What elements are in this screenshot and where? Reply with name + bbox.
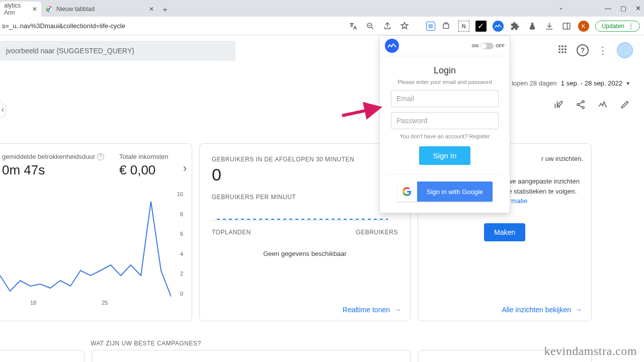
svg-rect-3 <box>443 24 449 28</box>
email-field[interactable] <box>391 90 499 107</box>
insights-icon[interactable] <box>598 100 608 112</box>
campaign-card <box>92 350 411 362</box>
metric-value: € 0,00 <box>119 162 169 178</box>
extension-logo-icon <box>385 39 399 53</box>
toggle-switch <box>480 43 494 49</box>
login-hint: Please enter your email and password <box>380 79 510 85</box>
kebab-icon: ⋮ <box>627 23 634 30</box>
tab-title: alytics Ann <box>4 2 29 16</box>
svg-point-1 <box>48 8 51 11</box>
svg-rect-4 <box>563 23 570 29</box>
svg-rect-12 <box>561 51 563 53</box>
svg-rect-8 <box>559 48 560 50</box>
prev-button[interactable]: ‹ <box>0 102 6 118</box>
apps-icon[interactable] <box>557 44 568 56</box>
close-window-icon[interactable]: ✕ <box>635 5 641 12</box>
close-icon[interactable]: ✕ <box>32 6 37 13</box>
arrow-right-icon: → <box>394 306 401 314</box>
extension-icon[interactable]: ▤ <box>426 22 435 31</box>
svg-rect-13 <box>565 51 566 53</box>
new-tab-button[interactable]: ＋ <box>158 3 172 17</box>
svg-rect-9 <box>561 48 563 50</box>
metric-value: 0m 47s <box>2 162 104 178</box>
no-data-label: Geen gegevens beschikbaar <box>212 250 398 257</box>
chrome-icon <box>45 5 53 13</box>
metric-label: Totale inkomsten <box>119 153 169 160</box>
share-icon[interactable] <box>576 100 586 112</box>
line-chart: 1086420 18 25 <box>0 191 185 297</box>
share-icon[interactable] <box>382 21 393 32</box>
translate-icon[interactable] <box>348 21 359 32</box>
date-prefix: lopen 28 dagen <box>512 79 557 87</box>
x-tick: 18 <box>30 300 36 306</box>
annotations-extension-icon[interactable] <box>493 21 504 32</box>
svg-rect-6 <box>561 46 563 47</box>
user-avatar[interactable] <box>617 42 633 58</box>
zoom-icon[interactable] <box>365 21 376 32</box>
arrow-right-icon: → <box>575 306 582 314</box>
register-link[interactable]: You don't have an account? Register <box>380 133 510 139</box>
google-signin-label: Sign in with Google <box>417 182 493 202</box>
help-icon[interactable]: ? <box>97 153 104 160</box>
labs-icon[interactable] <box>527 21 538 32</box>
chevron-down-icon: ▾ <box>626 79 630 87</box>
browser-tab-2[interactable]: Nieuw tabblad ✕ <box>41 2 158 17</box>
google-icon <box>397 182 417 202</box>
chart-edit-icon[interactable] <box>553 100 564 112</box>
svg-rect-11 <box>559 51 560 53</box>
search-placeholder: jvoorbeeld naar {SUGGESTED_QUERY} <box>6 47 134 55</box>
svg-rect-10 <box>565 48 566 50</box>
svg-rect-5 <box>559 46 560 47</box>
downloads-icon[interactable] <box>544 21 555 32</box>
minimize-icon[interactable]: — <box>605 5 611 12</box>
chevron-right-icon[interactable]: › <box>183 162 187 175</box>
create-button[interactable]: Maken <box>484 223 525 241</box>
realtime-value: 0 <box>212 165 398 185</box>
google-signin-button[interactable]: Sign in with Google <box>397 182 493 202</box>
update-label: Updaten <box>602 23 624 30</box>
date-range: 1 sep. - 28 sep. 2022 <box>561 79 622 87</box>
maximize-icon[interactable]: ▢ <box>620 5 626 12</box>
engagement-card: gemiddelde betrokkenheidsduur ? 0m 47s T… <box>0 143 192 321</box>
metric-label: gemiddelde betrokkenheidsduur ? <box>2 153 104 160</box>
extension-login-popup: ON OFF Login Please enter your email and… <box>379 35 510 213</box>
realtime-card: GEBRUIKERS IN DE AFGELOPEN 30 MINUTEN 0 … <box>199 143 411 321</box>
extension-icon[interactable]: ✓ <box>475 21 487 32</box>
search-input[interactable]: jvoorbeeld naar {SUGGESTED_QUERY} <box>0 41 235 61</box>
menu-icon[interactable]: ⋮ <box>598 45 608 55</box>
signin-button[interactable]: Sign In <box>419 146 471 165</box>
extensions-icon[interactable] <box>510 21 521 32</box>
annotation-arrow <box>340 102 385 122</box>
profile-avatar[interactable]: K <box>578 21 589 32</box>
date-range-picker[interactable]: lopen 28 dagen 1 sep. - 28 sep. 2022 ▾ <box>512 79 630 87</box>
close-icon[interactable]: ✕ <box>149 6 154 13</box>
col-header: TOPLANDEN <box>212 229 251 236</box>
tab-title: Nieuw tabblad <box>56 6 95 13</box>
sidepanel-icon[interactable] <box>561 21 572 32</box>
edit-icon[interactable] <box>620 100 630 112</box>
bookmark-icon[interactable] <box>399 21 410 32</box>
update-button[interactable]: Updaten ⋮ <box>595 21 640 32</box>
realtime-title: GEBRUIKERS IN DE AFGELOPEN 30 MINUTEN <box>212 156 398 163</box>
section-title: WAT ZIJN UW BESTE CAMPAGNES? <box>91 340 201 347</box>
help-icon[interactable]: ? <box>577 44 589 56</box>
watermark: kevindamstra.com <box>544 344 637 358</box>
extension-toggle[interactable]: ON OFF <box>472 43 505 49</box>
address-bar[interactable]: s=_u..nav%3Dmaui&collectionId=life-cycle <box>0 22 125 30</box>
extension-icon[interactable] <box>441 21 452 32</box>
x-tick: 25 <box>102 300 108 306</box>
sparkline <box>212 206 388 221</box>
password-field[interactable] <box>391 112 499 129</box>
browser-tab-1[interactable]: alytics Ann ✕ <box>0 2 41 17</box>
svg-rect-7 <box>565 46 566 47</box>
col-header: GEBRUIKERS <box>356 229 398 236</box>
realtime-sub: GEBRUIKERS PER MINUUT <box>212 194 398 201</box>
tabs-dropdown-icon[interactable]: ⌄ <box>558 4 564 11</box>
campaign-card <box>0 350 85 362</box>
all-insights-link[interactable]: Alle inzichten bekijken → <box>502 306 582 314</box>
realtime-link[interactable]: Realtime tonen → <box>343 306 401 314</box>
svg-line-18 <box>342 108 379 116</box>
login-title: Login <box>380 65 510 76</box>
notion-icon[interactable]: N <box>458 21 469 32</box>
